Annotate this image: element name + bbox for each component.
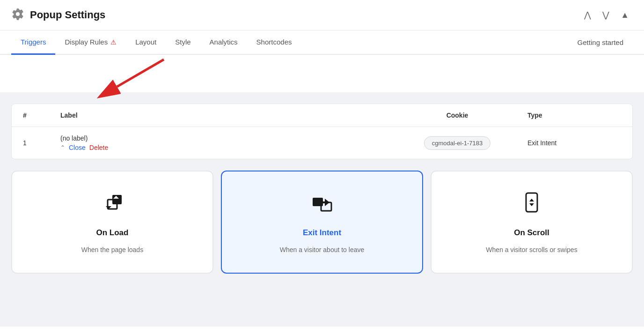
tab-analytics[interactable]: Analytics — [200, 30, 247, 55]
triggers-table: # Label Cookie Type 1 (no label) ⌃ Close… — [11, 104, 633, 159]
header-left: Popup Settings — [11, 7, 105, 22]
table-row: 1 (no label) ⌃ Close Delete cgmodal-ei-1… — [12, 127, 632, 159]
tab-triggers-label: Triggers — [21, 38, 46, 46]
svg-rect-3 — [112, 195, 122, 204]
tab-getting-started[interactable]: Getting started — [568, 31, 633, 54]
tab-style[interactable]: Style — [166, 30, 200, 55]
exit-intent-icon — [309, 189, 335, 221]
tab-layout[interactable]: Layout — [126, 30, 166, 55]
arrow-annotation — [0, 55, 644, 92]
trigger-card-on-load[interactable]: On Load When the page loads — [11, 171, 213, 274]
collapse-button[interactable]: ⌃ — [60, 144, 65, 151]
row-actions: ⌃ Close Delete — [60, 144, 387, 151]
on-load-desc: When the page loads — [81, 245, 143, 255]
cookie-badge: cgmodal-ei-1-7183 — [424, 136, 490, 150]
on-scroll-desc: When a visitor scrolls or swipes — [486, 245, 577, 255]
tab-shortcodes-label: Shortcodes — [256, 38, 292, 46]
svg-rect-6 — [526, 193, 537, 212]
header: Popup Settings ⋀ ⋁ ▲ — [0, 0, 644, 30]
on-load-title: On Load — [96, 228, 129, 238]
nav-up-button[interactable]: ⋀ — [580, 8, 595, 22]
col-header-number: # — [23, 112, 60, 119]
col-header-cookie: Cookie — [387, 112, 527, 119]
getting-started-label: Getting started — [578, 38, 623, 46]
gear-icon — [11, 7, 24, 22]
col-header-label: Label — [60, 112, 387, 119]
nav-down-button[interactable]: ⋁ — [599, 8, 613, 22]
table-header: # Label Cookie Type — [12, 104, 632, 127]
tabs-bar: Triggers Display Rules ⚠ Layout Style An… — [0, 30, 644, 55]
col-header-type: Type — [527, 112, 621, 119]
tab-layout-label: Layout — [135, 38, 156, 46]
tab-analytics-label: Analytics — [210, 38, 238, 46]
main-content: # Label Cookie Type 1 (no label) ⌃ Close… — [0, 92, 644, 327]
tabs-left: Triggers Display Rules ⚠ Layout Style An… — [11, 30, 301, 54]
svg-line-1 — [117, 60, 164, 87]
red-arrow-svg — [94, 55, 168, 92]
nav-triangle-button[interactable]: ▲ — [617, 8, 633, 22]
close-link[interactable]: Close — [69, 144, 86, 151]
tab-triggers[interactable]: Triggers — [11, 30, 55, 55]
exit-intent-desc: When a visitor about to leave — [280, 245, 365, 255]
trigger-card-exit-intent[interactable]: Exit Intent When a visitor about to leav… — [221, 171, 423, 274]
delete-link[interactable]: Delete — [89, 144, 108, 151]
exit-intent-title: Exit Intent — [303, 228, 341, 238]
type-cell: Exit Intent — [527, 139, 621, 147]
cookie-cell: cgmodal-ei-1-7183 — [387, 136, 527, 150]
header-nav: ⋀ ⋁ ▲ — [580, 8, 633, 22]
trigger-card-on-scroll[interactable]: On Scroll When a visitor scrolls or swip… — [431, 171, 633, 274]
on-scroll-title: On Scroll — [514, 228, 549, 238]
tab-style-label: Style — [175, 38, 190, 46]
tab-display-rules[interactable]: Display Rules ⚠ — [55, 30, 126, 55]
on-scroll-icon — [519, 189, 545, 221]
page-wrapper: Popup Settings ⋀ ⋁ ▲ Triggers Display Ru… — [0, 0, 644, 335]
row-number: 1 — [23, 139, 60, 147]
page-title: Popup Settings — [30, 9, 105, 21]
warning-icon: ⚠ — [110, 38, 117, 46]
tab-shortcodes[interactable]: Shortcodes — [247, 30, 301, 55]
on-load-icon — [99, 189, 125, 221]
row-label-section: (no label) ⌃ Close Delete — [60, 134, 387, 151]
trigger-cards: On Load When the page loads Exit Intent … — [11, 171, 633, 274]
tab-display-rules-label: Display Rules — [65, 38, 108, 46]
row-label: (no label) — [60, 134, 387, 142]
